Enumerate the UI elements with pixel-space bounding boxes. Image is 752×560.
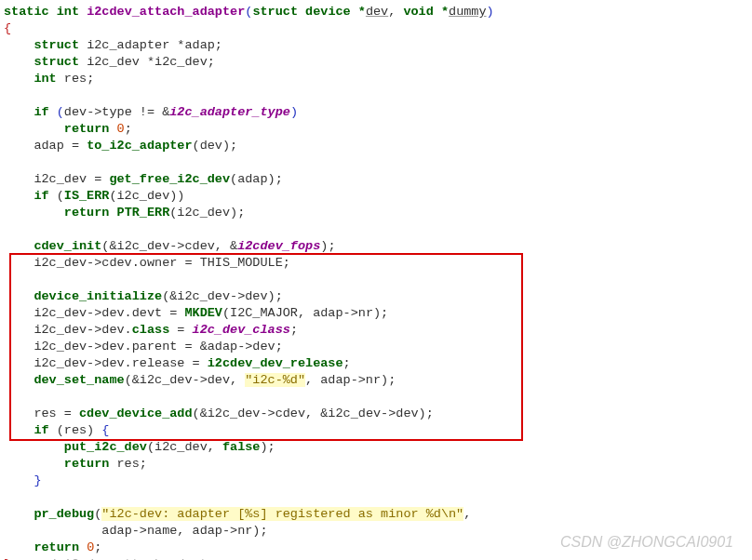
param2-type: void * bbox=[403, 5, 449, 19]
str-debug-msg: "i2c-dev: adapter [%s] registered as min… bbox=[101, 507, 463, 521]
kw-if: if bbox=[34, 423, 48, 437]
call-device-initialize: device_initialize bbox=[34, 289, 162, 303]
call-put-i2c-dev: put_i2c_dev bbox=[64, 440, 147, 454]
args: (adap); bbox=[230, 172, 283, 186]
decl-adap: i2c_adapter *adap; bbox=[87, 38, 222, 52]
num-zero: 0 bbox=[117, 122, 125, 136]
str-i2c-fmt: "i2c-%d" bbox=[245, 373, 305, 387]
stmt-devt: i2c_dev->dev.devt = bbox=[34, 306, 184, 320]
ref-i2c-dev-class: i2c_dev_class bbox=[193, 323, 290, 337]
kw-return: return bbox=[64, 122, 110, 136]
type-i2c-adapter-type: i2c_adapter_type bbox=[169, 105, 290, 119]
call-is-err: IS_ERR bbox=[64, 189, 110, 203]
args-close: , adap->nr); bbox=[305, 373, 396, 387]
assign-adap: adap = bbox=[34, 139, 87, 153]
args-debug: adap->name, adap->nr); bbox=[101, 524, 267, 538]
args: (i2c_dev); bbox=[169, 206, 245, 220]
kw-return: return bbox=[64, 457, 110, 471]
call-to-i2c-adapter: to_i2c_adapter bbox=[87, 139, 192, 153]
args: (&i2c_dev->cdev, & bbox=[101, 239, 237, 253]
args-open: (&i2c_dev->dev, bbox=[125, 373, 246, 387]
kw-class: class bbox=[132, 323, 170, 337]
call-get-free-i2c-dev: get_free_i2c_dev bbox=[109, 172, 230, 186]
call-cdev-init: cdev_init bbox=[34, 239, 101, 253]
stmt-class-lhs: i2c_dev->dev. bbox=[34, 323, 131, 337]
call-ptr-err: PTR_ERR bbox=[117, 206, 170, 220]
args: (dev); bbox=[193, 139, 238, 153]
args: (I2C_MAJOR, adap->nr); bbox=[222, 306, 388, 320]
args: (i2c_dev)) bbox=[109, 189, 184, 203]
cond-expr: dev->type != & bbox=[64, 105, 169, 119]
args: (&i2c_dev->cdev, &i2c_dev->dev); bbox=[193, 407, 434, 420]
call-dev-set-name: dev_set_name bbox=[34, 373, 124, 387]
assign-i2cdev: i2c_dev = bbox=[34, 172, 109, 186]
kw-return: return bbox=[34, 540, 79, 554]
call-mkdev: MKDEV bbox=[184, 306, 222, 320]
decl-i2cdev: i2c_dev *i2c_dev; bbox=[87, 55, 215, 69]
func-name: i2cdev_attach_adapter bbox=[87, 5, 245, 19]
ret-res: res; bbox=[109, 457, 147, 471]
call-pr-debug: pr_debug bbox=[34, 507, 94, 521]
kw-if: if bbox=[34, 105, 48, 119]
ref-i2cdev-dev-release: i2cdev_dev_release bbox=[208, 356, 343, 370]
call-cdev-device-add: cdev_device_add bbox=[79, 407, 193, 420]
kw-return: return bbox=[64, 206, 110, 220]
param2-name: dummy bbox=[449, 5, 487, 19]
decl-res: res; bbox=[64, 72, 94, 86]
param1-type: struct device * bbox=[252, 5, 366, 19]
kw-int: int bbox=[34, 72, 56, 86]
stmt-owner: i2c_dev->cdev.owner = THIS_MODULE; bbox=[34, 256, 289, 270]
args: (i2c_dev, bbox=[147, 440, 222, 454]
param1-name: dev bbox=[366, 5, 388, 19]
stmt-release-lhs: i2c_dev->dev.release = bbox=[34, 356, 207, 370]
ref-i2cdev-fops: i2cdev_fops bbox=[237, 239, 320, 253]
cond-res: (res) bbox=[49, 423, 102, 437]
code-block: static int i2cdev_attach_adapter(struct … bbox=[4, 4, 748, 560]
args: (&i2c_dev->dev); bbox=[162, 289, 283, 303]
kw-static-int: static int bbox=[4, 5, 79, 19]
assign-res: res = bbox=[34, 407, 79, 420]
kw-struct: struct bbox=[34, 55, 79, 69]
kw-if: if bbox=[34, 189, 48, 203]
stmt-parent: i2c_dev->dev.parent = &adap->dev; bbox=[34, 340, 282, 353]
kw-false: false bbox=[222, 440, 261, 454]
kw-struct: struct bbox=[34, 38, 79, 52]
